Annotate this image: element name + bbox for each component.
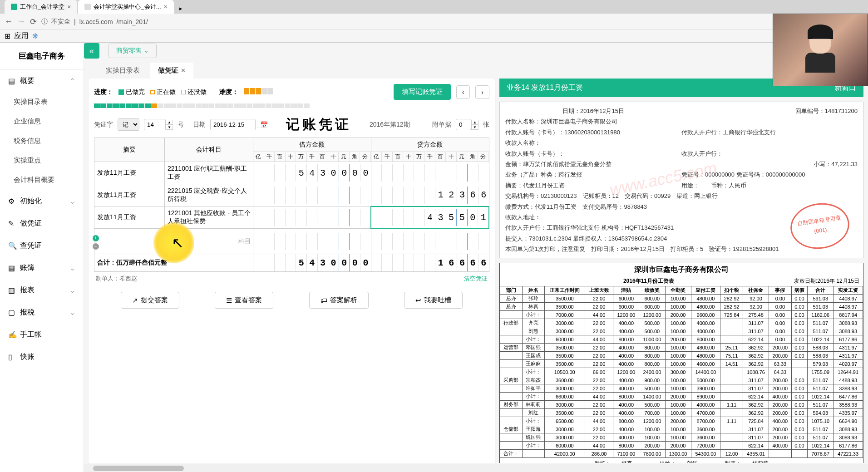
- apps-icon[interactable]: ⊞: [5, 32, 10, 40]
- sidebar-item-tax[interactable]: 税务信息: [0, 131, 84, 151]
- chevron-down-icon: ⌄: [143, 47, 149, 54]
- apps-label[interactable]: 应用: [14, 31, 29, 41]
- payee-bank: 收款人开户行：: [681, 148, 858, 159]
- credit-cell[interactable]: [371, 162, 489, 184]
- col-debit: 借方金额: [253, 138, 371, 152]
- sidebar-report[interactable]: ▥报表⌄: [0, 279, 84, 301]
- payee-name: 收款人名称：: [505, 138, 858, 148]
- nav-label: 查凭证: [20, 241, 42, 251]
- step-down-icon[interactable]: ▼: [471, 125, 478, 130]
- horizontal-scrollbar[interactable]: [84, 464, 868, 472]
- sidebar-overview[interactable]: ▤ 概要 ⌃: [0, 70, 84, 92]
- sidebar-tax[interactable]: ▢报税⌄: [0, 301, 84, 324]
- account-cell-empty[interactable]: 科目: [165, 229, 253, 254]
- url-field[interactable]: ⓘ 不安全 | lx.acc5.com/main_201/: [41, 18, 148, 26]
- add-row-button[interactable]: +: [93, 235, 99, 241]
- clear-voucher-link[interactable]: 清空凭证: [464, 275, 488, 283]
- submit-button[interactable]: ↗提交答案: [121, 292, 179, 309]
- sidebar-init[interactable]: ⚙初始化⌄: [0, 190, 84, 212]
- col-credit: 贷方金额: [371, 138, 489, 152]
- sidebar-item-key[interactable]: 实操重点: [0, 151, 84, 170]
- collapse-sidebar-button[interactable]: «: [84, 43, 99, 59]
- sidebar-item-company[interactable]: 企业信息: [0, 112, 84, 131]
- credit-cell[interactable]: 12366: [371, 184, 489, 206]
- digest-cell[interactable]: 发放11月工资: [94, 206, 165, 229]
- credit-cell[interactable]: 435501: [371, 206, 489, 229]
- doc-icon: ▤: [8, 77, 15, 85]
- gear-icon: ⚙: [8, 197, 15, 206]
- legend-doing: 正在做: [157, 88, 176, 96]
- voucher-word-select[interactable]: 记: [118, 118, 139, 131]
- scrollbar-thumb[interactable]: [93, 466, 184, 471]
- digest-cell[interactable]: 发放11月工资: [94, 162, 165, 184]
- account-cell[interactable]: 1221001 其他应收款 - 员工个人承担社保费: [165, 206, 253, 229]
- reload-button[interactable]: ⟳: [30, 17, 37, 27]
- tab-directory[interactable]: 实操目录表: [98, 63, 148, 79]
- right-panel: 业务14 发放11月份工资 新窗口 www.acc5.com 日期：2016年1…: [499, 79, 863, 463]
- nav-label: 报税: [20, 308, 35, 317]
- analysis-button[interactable]: 🏷答案解析: [309, 292, 369, 309]
- debit-cell[interactable]: [253, 206, 371, 229]
- debit-cell[interactable]: [253, 184, 371, 206]
- credit-cell-empty[interactable]: [371, 229, 489, 254]
- external-icon: ↗: [132, 296, 138, 305]
- step-down-icon[interactable]: ▼: [166, 125, 173, 130]
- sidebar-manual[interactable]: ✍手工帐: [0, 324, 84, 346]
- debit-cell-empty[interactable]: [253, 229, 371, 254]
- receipt-document: www.acc5.com 日期：2016年12月15日回单编号：14817312…: [499, 102, 863, 258]
- digest-cell-empty[interactable]: + −: [94, 229, 165, 254]
- del-row-button[interactable]: −: [93, 243, 99, 250]
- mode-selector[interactable]: 商贸零售 ⌄: [108, 44, 157, 58]
- calendar-icon[interactable]: 📅: [260, 121, 268, 128]
- debit-cell[interactable]: 5430000: [253, 162, 371, 184]
- new-tab-button[interactable]: ▸: [175, 3, 187, 14]
- next-button[interactable]: ›: [475, 85, 489, 99]
- feedback-button[interactable]: ↩我要吐槽: [404, 292, 463, 309]
- btn-label: 提交答案: [141, 296, 168, 305]
- close-icon[interactable]: ×: [181, 66, 185, 74]
- receipt-xiaoxie: 小写：47,221.33: [681, 159, 858, 169]
- close-icon[interactable]: ×: [164, 3, 168, 10]
- sidebar-item-directory[interactable]: 实操目录表: [0, 92, 84, 112]
- btn-label: 我要吐槽: [424, 296, 451, 305]
- nav-label: 做凭证: [20, 219, 42, 228]
- bookmark-item[interactable]: ❋: [32, 32, 38, 40]
- receipt-no: 回单编号：1481731200: [681, 106, 858, 116]
- sidebar-check-voucher[interactable]: 🔍查凭证: [0, 235, 84, 257]
- security-label: 不安全: [51, 18, 70, 26]
- digest-cell[interactable]: 发放11月工资: [94, 184, 165, 206]
- fill-voucher-button[interactable]: 填写记账凭证: [394, 84, 451, 100]
- tab-voucher[interactable]: 做凭证×: [150, 63, 193, 79]
- difficulty-label: 难度：: [219, 88, 238, 96]
- step-up-icon[interactable]: ▲: [471, 120, 478, 125]
- account-cell[interactable]: 2221015 应交税费-应交个人所得税: [165, 184, 253, 206]
- nav-label: 初始化: [20, 197, 42, 206]
- view-answer-button[interactable]: ☰查看答案: [215, 292, 273, 309]
- voucher-date-input[interactable]: [210, 119, 256, 130]
- sidebar-item-subjects[interactable]: 会计科目概要: [0, 170, 84, 190]
- voucher-panel: 进度： 已做完 正在做 还没做 难度： 填写记账凭证 ‹ › 凭证字 记: [89, 79, 495, 463]
- swatch-doing: [150, 90, 155, 94]
- voucher-hao: 号: [178, 121, 184, 129]
- stack-icon: ☰: [226, 296, 232, 305]
- payee-acct: 收款人账号（卡号）：: [505, 148, 681, 159]
- account-cell[interactable]: 2211001 应付职工薪酬-职工工资: [165, 162, 253, 184]
- attach-input[interactable]: [456, 119, 471, 130]
- back-button[interactable]: ←: [5, 17, 13, 26]
- browser-tab-1[interactable]: 工作台_会计学堂 ×: [5, 0, 77, 14]
- col-digest: 摘要: [94, 138, 165, 162]
- forward-button[interactable]: →: [17, 17, 25, 26]
- total-label: 合计：伍万肆仟叁佰元整: [94, 254, 253, 272]
- sidebar-make-voucher[interactable]: ✎做凭证: [0, 212, 84, 235]
- swatch-done: [118, 89, 124, 95]
- step-up-icon[interactable]: ▲: [166, 120, 173, 125]
- prev-button[interactable]: ‹: [456, 85, 470, 99]
- attach-unit: 张: [483, 121, 489, 129]
- close-icon[interactable]: ×: [67, 3, 71, 10]
- progress-bar[interactable]: [94, 103, 489, 108]
- swatch-todo: [181, 90, 186, 94]
- browser-tab-2[interactable]: 会计学堂实操中心_会计... ×: [78, 0, 173, 14]
- sidebar-ledger[interactable]: ▦账簿⌄: [0, 257, 84, 279]
- voucher-num-input[interactable]: [144, 119, 166, 130]
- sidebar-quick[interactable]: ▯快账: [0, 346, 84, 368]
